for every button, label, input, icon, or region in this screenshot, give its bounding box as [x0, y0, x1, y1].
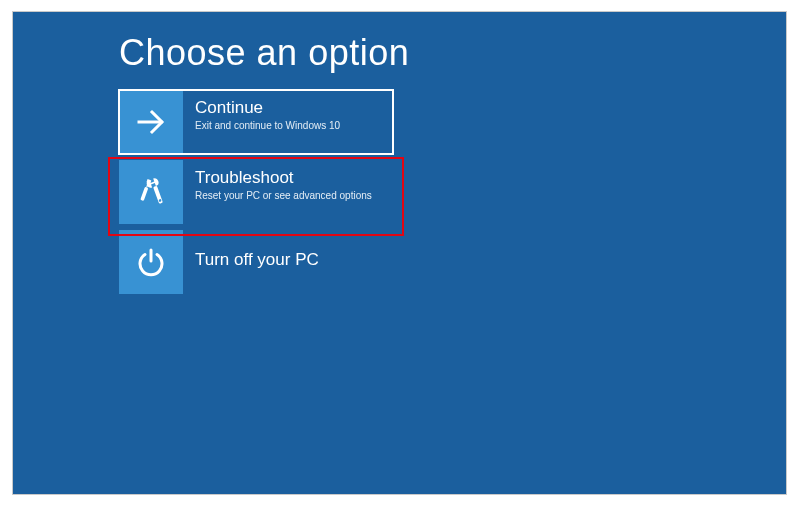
option-title: Turn off your PC: [195, 250, 319, 270]
option-continue[interactable]: Continue Exit and continue to Windows 10: [119, 90, 393, 154]
arrow-right-icon: [119, 90, 183, 154]
svg-rect-4: [153, 186, 163, 204]
tools-icon: [119, 160, 183, 224]
option-troubleshoot[interactable]: Troubleshoot Reset your PC or see advanc…: [119, 160, 393, 224]
power-icon: [119, 230, 183, 294]
page-title: Choose an option: [119, 32, 409, 74]
svg-rect-3: [140, 187, 148, 201]
option-desc: Exit and continue to Windows 10: [195, 120, 340, 132]
options-list: Continue Exit and continue to Windows 10: [119, 90, 393, 300]
winre-screen: Choose an option Continue Exit and conti…: [12, 11, 787, 495]
option-text: Turn off your PC: [183, 230, 329, 272]
option-title: Continue: [195, 98, 340, 118]
option-desc: Reset your PC or see advanced options: [195, 190, 372, 202]
option-turn-off[interactable]: Turn off your PC: [119, 230, 393, 294]
option-text: Troubleshoot Reset your PC or see advanc…: [183, 160, 382, 202]
option-text: Continue Exit and continue to Windows 10: [183, 90, 350, 132]
option-title: Troubleshoot: [195, 168, 372, 188]
